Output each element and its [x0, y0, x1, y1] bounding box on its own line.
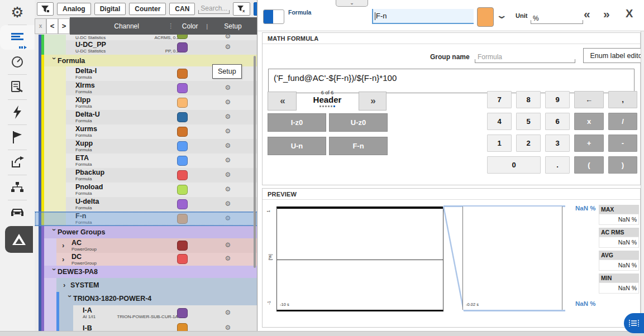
channel-row-pbackup[interactable]: PbackupFormula⚙ — [35, 168, 257, 183]
channel-color-swatch[interactable] — [177, 98, 188, 108]
chevron-expanded-icon[interactable]: › — [51, 57, 58, 64]
numpad-key-8[interactable]: 8 — [516, 91, 541, 108]
channel-color-swatch[interactable] — [177, 185, 188, 195]
channel-row-row0[interactable]: U-DC StatisticsACRMS, 0.2s⚙ — [35, 35, 257, 40]
chevron-down-icon[interactable]: ⌄ — [495, 9, 507, 21]
numpad-key-5[interactable]: 5 — [516, 113, 541, 130]
channel-color-swatch[interactable] — [177, 241, 188, 251]
next-channel-button[interactable]: » — [603, 7, 609, 21]
preview-main-chart[interactable] — [276, 207, 443, 311]
channel-row-eta[interactable]: ETAFormula⚙ — [35, 153, 257, 168]
channel-color-swatch[interactable] — [177, 112, 188, 122]
chevron-expanded-icon[interactable]: › — [66, 295, 73, 303]
channel-row-u-dc-pp[interactable]: U-DC_PPU-DC StatisticsPP, 0.2s⚙ — [35, 40, 257, 55]
chevron-collapsed-icon[interactable]: › — [62, 256, 69, 263]
channel-setup-gear-icon[interactable]: ⚙ — [222, 309, 233, 316]
channel-color-swatch[interactable] — [177, 127, 188, 137]
channel-setup-gear-icon[interactable]: ⚙ — [222, 43, 233, 51]
numpad-key-7[interactable]: 7 — [487, 91, 512, 108]
nav-back-button[interactable]: < — [46, 18, 58, 34]
numpad-key-4[interactable]: 4 — [487, 113, 512, 130]
column-header-color[interactable]: Color — [175, 22, 205, 30]
network-icon[interactable] — [0, 175, 35, 200]
channel-setup-gear-icon[interactable]: ⚙ — [222, 84, 233, 92]
channel-color-swatch[interactable] — [177, 254, 188, 264]
channel-row-xupp[interactable]: XuppFormula⚙ — [35, 139, 257, 153]
insert-channel-button-i-z0[interactable]: I-z0 — [268, 113, 326, 132]
numpad-key-+[interactable]: + — [574, 135, 604, 152]
channel-setup-gear-icon[interactable]: ⚙ — [222, 200, 233, 208]
numpad-key-1[interactable]: 1 — [487, 135, 512, 152]
column-header-channel[interactable]: Channel — [70, 22, 166, 30]
trigger-bolt-icon[interactable] — [0, 100, 35, 124]
channel-color-swatch[interactable] — [177, 199, 188, 209]
filter-tab-analog[interactable]: Analog — [57, 3, 91, 15]
channel-setup-gear-icon[interactable]: ⚙ — [222, 35, 233, 40]
channel-color-swatch[interactable] — [177, 42, 188, 52]
chevron-collapsed-icon[interactable]: › — [62, 242, 69, 249]
numpad-key-/[interactable]: / — [608, 113, 637, 130]
filter-tab-digital[interactable]: Digital — [94, 3, 126, 15]
search-input[interactable]: Search... — [198, 3, 230, 14]
channel-row-i-a[interactable]: I-AAI 1/I1TRION-POWER-SUB-CUR-1A-1⚙ — [35, 305, 257, 321]
filter-tab-counter[interactable]: Counter — [129, 3, 166, 15]
numpad-key-3[interactable]: 3 — [545, 135, 570, 152]
settings-gear-icon[interactable]: ⚙ — [0, 0, 35, 25]
channel-color-swatch[interactable] — [177, 214, 188, 224]
editor-scrollbar[interactable] — [641, 31, 644, 327]
channel-row-xurms[interactable]: XurmsFormula⚙ — [35, 124, 257, 139]
channel-active-toggle[interactable] — [263, 9, 284, 24]
enum-label-editor-button[interactable]: Enum label editor... — [583, 48, 644, 63]
channel-setup-gear-icon[interactable]: ⚙ — [222, 185, 233, 193]
marker-flag-icon[interactable] — [0, 125, 35, 150]
chevron-expanded-icon[interactable]: › — [51, 268, 58, 276]
channel-group-power-groups[interactable]: ›Power Groups — [35, 226, 257, 238]
channel-row-xirms[interactable]: XIrmsFormula⚙ — [35, 81, 257, 95]
channel-color-swatch[interactable] — [177, 69, 188, 79]
channel-row-ac[interactable]: ›ACPowerGroup⚙ — [35, 238, 257, 253]
group-name-input[interactable]: Formula — [475, 50, 575, 63]
preview-zoom-chart[interactable] — [462, 207, 562, 310]
chevron-collapsed-icon[interactable]: › — [63, 282, 70, 289]
numpad-key-9[interactable]: 9 — [545, 91, 570, 108]
numpad-key-6[interactable]: 6 — [545, 113, 570, 130]
channel-color-swatch[interactable] — [177, 156, 188, 166]
channel-setup-gear-icon[interactable]: ⚙ — [222, 214, 233, 222]
export-icon[interactable] — [0, 150, 35, 175]
hide-columns-button[interactable]: x — [35, 18, 46, 34]
channel-color-swatch[interactable] — [177, 141, 188, 151]
filter-icon[interactable] — [37, 2, 54, 16]
numpad-key-x[interactable]: x — [574, 113, 604, 130]
channel-color-swatch[interactable] — [177, 35, 188, 39]
prev-channel-button[interactable]: « — [584, 7, 589, 21]
channel-setup-gear-icon[interactable]: ⚙ — [222, 255, 233, 262]
pager-next-button[interactable]: » — [359, 92, 387, 111]
channel-group-dewe3-pa8[interactable]: ›DEWE3-PA8 — [35, 266, 257, 278]
filter-tab-can[interactable]: CAN — [169, 3, 195, 15]
numpad-key-([interactable]: ( — [574, 156, 604, 174]
pager-prev-button[interactable]: « — [268, 92, 297, 111]
channel-list-scrollbar[interactable] — [254, 56, 256, 268]
report-icon[interactable] — [0, 75, 35, 99]
channel-row-f-n[interactable]: F-nFormula⚙ — [35, 212, 257, 226]
numpad-key-,[interactable]: , — [608, 91, 637, 108]
insert-channel-button-f-n[interactable]: F-n — [329, 137, 388, 155]
nav-forward-button[interactable]: > — [58, 18, 70, 34]
channel-row-xipp[interactable]: XIppFormula⚙ — [35, 95, 257, 110]
channel-row-pnoload[interactable]: PnoloadFormula⚙ — [35, 183, 257, 197]
measurement-screen-icon[interactable] — [0, 50, 35, 74]
channel-color-swatch[interactable] — [477, 7, 494, 27]
logo-triangle-tab[interactable] — [0, 225, 35, 254]
numpad-key-)[interactable]: ) — [608, 156, 637, 174]
channel-list-icon[interactable] — [0, 25, 35, 50]
filter-clear-icon[interactable]: x — [233, 2, 250, 16]
channel-setup-gear-icon[interactable]: ⚙ — [222, 127, 233, 135]
channel-row-delta-i[interactable]: Delta-IFormulaSetup — [35, 66, 257, 81]
formula-list-button[interactable] — [624, 313, 644, 333]
channel-color-swatch[interactable] — [177, 83, 188, 93]
channel-group-system[interactable]: ›SYSTEM — [35, 278, 257, 292]
column-header-setup[interactable]: Setup — [209, 22, 257, 30]
channel-setup-gear-icon[interactable]: ⚙ — [222, 113, 233, 121]
channel-setup-gear-icon[interactable]: ⚙ — [222, 171, 233, 179]
channel-setup-gear-icon[interactable]: ⚙ — [222, 98, 233, 106]
